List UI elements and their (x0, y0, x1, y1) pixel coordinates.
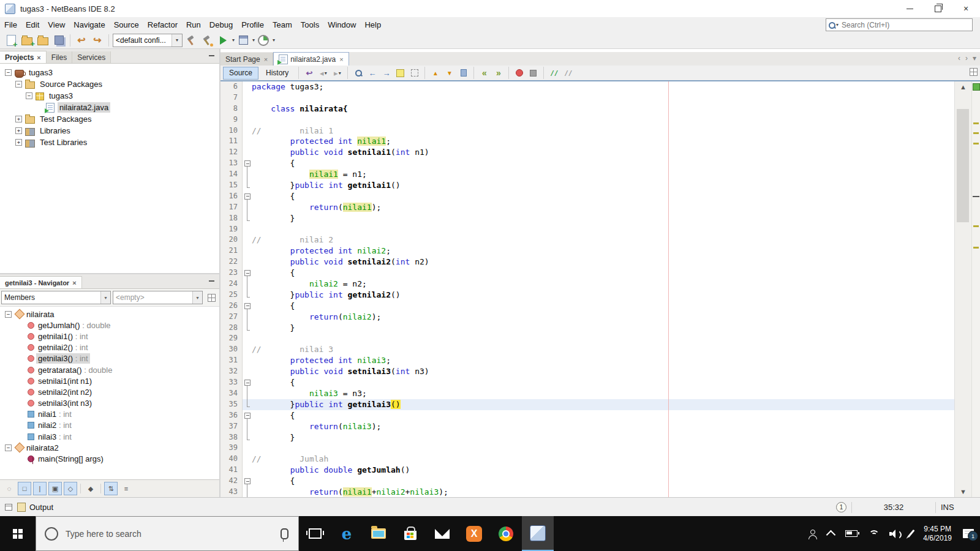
fold-marker[interactable] (243, 399, 252, 410)
forward-icon[interactable]: ▸▾ (331, 67, 344, 79)
close-tab-icon[interactable]: × (72, 279, 76, 287)
redo-icon[interactable]: ↪ (90, 33, 105, 48)
tree-item-libraries[interactable]: +Libraries (0, 125, 219, 137)
menu-edit[interactable]: Edit (21, 18, 43, 31)
menu-navigate[interactable]: Navigate (69, 18, 109, 31)
expander-icon[interactable]: + (15, 127, 22, 134)
battery-icon[interactable] (845, 530, 858, 537)
fold-marker[interactable] (243, 377, 252, 388)
error-stripe[interactable] (971, 81, 980, 497)
debug-icon[interactable] (236, 33, 251, 48)
close-tab-icon[interactable]: × (37, 54, 40, 61)
pen-icon[interactable] (908, 530, 915, 538)
navigator-item-setnilai3-int-n3-[interactable]: setnilai3(int n3) (0, 398, 219, 409)
view-button-source[interactable]: Source (223, 67, 258, 80)
output-window-icon[interactable] (17, 503, 26, 512)
new-project-icon[interactable] (20, 33, 34, 48)
tree-item-test-libraries[interactable]: +Test Libraries (0, 137, 219, 148)
code-line-10[interactable]: 10// nilai 1 (221, 126, 980, 137)
warning-mark[interactable] (973, 225, 979, 227)
fold-marker[interactable] (243, 388, 252, 399)
expander-icon[interactable]: − (15, 81, 22, 88)
code-line-15[interactable]: 15 }public int getnilai1() (221, 180, 980, 191)
code-line-25[interactable]: 25 }public int getnilai2() (221, 290, 980, 301)
code-line-41[interactable]: 41 public double getJumlah() (221, 465, 980, 476)
shift-right-icon[interactable]: » (492, 67, 505, 79)
navigator-name-filter-select[interactable]: <empty> ▾ (113, 291, 203, 304)
chevron-up-icon[interactable] (826, 530, 836, 540)
notifications-icon[interactable]: 1 (836, 502, 846, 512)
configuration-select[interactable]: <default confi...▾ (113, 34, 183, 47)
show-inherited-icon[interactable]: ◌ (2, 482, 16, 495)
show-non-public-icon[interactable]: ◇ (64, 482, 77, 495)
scrollbar-thumb[interactable] (957, 109, 969, 222)
start-macro-recording-icon[interactable] (513, 67, 526, 79)
menu-debug[interactable]: Debug (205, 18, 237, 31)
cortana-icon[interactable] (45, 527, 58, 541)
taskbar-search-box[interactable]: Type here to search (36, 516, 299, 551)
tree-item-tugas3[interactable]: −tugas3 (0, 90, 219, 102)
scroll-tabs-right-icon[interactable]: › (965, 54, 968, 62)
code-line-34[interactable]: 34 nilai3 = n3; (221, 388, 980, 399)
fold-marker[interactable] (243, 421, 252, 432)
vertical-scrollbar[interactable]: ▲ ▼ (954, 81, 971, 497)
menu-tools[interactable]: Tools (296, 18, 323, 31)
code-line-8[interactable]: 8 class nilairata{ (221, 103, 980, 114)
search-dropdown-icon[interactable]: ▾ (836, 22, 839, 28)
code-line-33[interactable]: 33 { (221, 377, 980, 388)
code-line-39[interactable]: 39 (221, 443, 980, 454)
navigator-options-icon[interactable] (205, 291, 218, 304)
people-icon[interactable] (808, 530, 816, 538)
code-line-22[interactable]: 22 public void setnilai2(int n2) (221, 257, 980, 268)
last-edit-position-icon[interactable]: ↩ (303, 67, 315, 79)
taskbar-app-task-view[interactable] (299, 516, 331, 551)
warning-mark[interactable] (973, 132, 979, 134)
code-line-20[interactable]: 20// nilai 2 (221, 234, 980, 246)
code-line-37[interactable]: 37 return(nilai3); (221, 421, 980, 432)
sort-source-icon[interactable]: ≡ (119, 482, 133, 495)
taskbar-app-file-explorer[interactable] (363, 516, 394, 551)
volume-icon[interactable] (889, 530, 899, 538)
code-line-36[interactable]: 36 { (221, 410, 980, 421)
show-public-only-icon[interactable]: ▣ (48, 482, 62, 495)
expander-icon[interactable]: + (15, 116, 22, 122)
expander-icon[interactable]: − (5, 444, 12, 451)
code-line-17[interactable]: 17 return(nilai1); (221, 202, 980, 213)
navigator-item-getratarata-[interactable]: getratarata() : double (0, 364, 219, 375)
navigator-item-getnilai1-[interactable]: getnilai1() : int (0, 331, 219, 342)
fold-marker[interactable] (243, 301, 252, 312)
show-fields-icon[interactable]: □ (18, 482, 31, 495)
code-line-11[interactable]: 11 protected int nilai1; (221, 136, 980, 147)
code-line-18[interactable]: 18 } (221, 213, 980, 224)
fold-marker[interactable] (243, 312, 252, 323)
menu-window[interactable]: Window (323, 18, 360, 31)
taskbar-app-edge[interactable]: e (331, 516, 363, 551)
expander-icon[interactable]: − (5, 311, 12, 318)
navigator-item-nilairata2[interactable]: −nilairata2 (0, 442, 219, 453)
navigator-item-nilai2[interactable]: nilai2 : int (0, 420, 219, 431)
menu-help[interactable]: Help (360, 18, 385, 31)
clean-build-icon[interactable] (200, 33, 214, 48)
tab-services[interactable]: Services (72, 51, 111, 63)
fold-marker[interactable] (243, 487, 252, 497)
dock-window-icon[interactable] (5, 504, 12, 511)
microphone-icon[interactable] (281, 528, 288, 539)
show-static-icon[interactable]: | (33, 482, 47, 495)
split-document-icon[interactable] (970, 68, 978, 76)
minimize-panel-icon[interactable] (207, 277, 216, 285)
scroll-up-icon[interactable]: ▲ (955, 81, 971, 92)
code-line-28[interactable]: 28 } (221, 323, 980, 334)
code-line-31[interactable]: 31 protected int nilai3; (221, 355, 980, 366)
code-line-30[interactable]: 30// nilai 3 (221, 344, 980, 355)
tab-projects[interactable]: Projects× (0, 51, 47, 63)
tree-item-source-packages[interactable]: −Source Packages (0, 78, 219, 90)
code-line-16[interactable]: 16 { (221, 191, 980, 202)
expander-icon[interactable]: − (26, 92, 32, 99)
build-icon[interactable] (184, 33, 198, 48)
next-bookmark-icon[interactable]: ▼ (443, 67, 456, 79)
output-window-label[interactable]: Output (29, 503, 53, 512)
tab-nilairata2-java[interactable]: nilairata2.java× (273, 52, 349, 66)
wifi-icon[interactable] (869, 530, 878, 538)
save-all-icon[interactable] (51, 33, 66, 48)
minimize-panel-icon[interactable] (207, 51, 216, 60)
